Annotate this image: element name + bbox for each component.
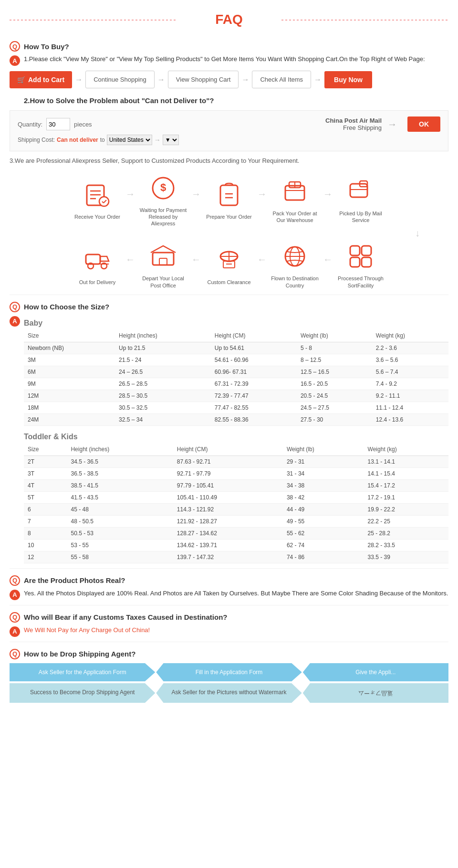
flow-arrow-8: ← [323,254,333,265]
divider-1 [10,295,448,295]
q-icon-customs: Q [10,612,20,623]
baby-table-row: Newborn (NB)Up to 21.5Up to 54.615 - 82.… [24,342,448,354]
divider-2 [10,568,448,569]
out-icon [81,243,114,277]
q-text-1: How To Buy? [24,42,69,51]
flow-item-waiting: $ Waiting for Payment Released by Aliexp… [137,171,189,227]
receive-icon [81,178,114,212]
svg-rect-24 [159,258,167,265]
col-size-t: Size [24,443,67,456]
continue-shopping-button[interactable]: Continue Shopping [85,71,155,88]
order-flow: Receive Your Order → $ Waiting for Payme… [10,171,448,289]
drop-shipping-flow: Ask Seller for the Application Form Fill… [10,663,448,703]
table-cell: 27.5 - 30 [297,413,372,425]
baby-label: Baby [24,319,448,328]
order-flow-row1: Receive Your Order → $ Waiting for Payme… [10,171,448,227]
table-cell: Newborn (NB) [24,342,115,354]
drop-item-give: Give the Appli... [303,663,448,681]
drop-item-pictures: Ask Seller for the Pictures without Wate… [156,683,302,703]
faq-title: FAQ [210,12,248,27]
table-cell: Up to 54.61 [211,342,297,354]
table-cell: 24 – 26.5 [115,366,211,378]
table-cell: 26.5 – 28.5 [115,378,211,390]
q-icon-1: Q [10,41,20,52]
table-cell: 9.2 - 11.1 [372,390,448,402]
table-cell: 5 - 8 [297,342,372,354]
free-shipping-text: Free Shipping [325,124,382,131]
flow-arrow-4: → [323,189,333,200]
table-cell: 7 [24,515,67,527]
flow-item-depart: Depart Your Local Post Office [137,240,189,289]
table-cell: 44 - 49 [283,503,364,515]
table-cell: 121.92 - 128.27 [173,515,283,527]
waiting-icon: $ [146,171,180,205]
flow-arrow-2: → [191,189,201,200]
table-cell: 7.4 - 9.2 [372,378,448,390]
via-arrow: → [154,136,161,144]
quantity-input[interactable] [46,118,70,130]
question-dropship: Q How to be Drop Shipping Agent? [10,649,448,659]
table-cell: 36.5 - 38.5 [67,467,173,479]
flow-label-processed: Processed Through SortFacility [334,275,387,289]
a-text-photos: Yes. All the Photos Displayed are 100% R… [24,589,448,598]
baby-table-row: 6M24 – 26.560.96- 67.3112.5 – 16.55.6 – … [24,366,448,378]
drop-flow-row2: Success to Become Drop Shipping Agent As… [10,683,448,703]
col-weight-kg: Weight (kg) [372,329,448,342]
table-cell: 139.7 - 147.32 [173,551,283,563]
table-cell: 28.5 – 30.5 [115,390,211,402]
country-select[interactable]: United States [107,135,152,145]
question-photos: Q Are the Product Photos Real? [10,575,448,586]
table-cell: 22.2 - 25 [364,515,448,527]
table-cell: 32.5 – 34 [115,413,211,425]
table-cell: 45 - 48 [67,503,173,515]
question-customs: Q Who will Bear if any Customs Taxes Cau… [10,612,448,623]
table-cell: 41.5 - 43.5 [67,491,173,503]
arrow-4: → [314,75,322,84]
pack-icon [278,175,312,208]
table-cell: 15.4 - 17.2 [364,479,448,491]
flow-arrow-1: → [125,189,135,200]
flow-item-flown: Flown to Destination Country [269,240,321,289]
toddler-table-row: 3T36.5 - 38.592.71 - 97.7931 - 3414.1 - … [24,467,448,479]
table-cell: 6 [24,503,67,515]
toddler-table-row: 748 - 50.5121.92 - 128.2749 - 5522.2 - 2… [24,515,448,527]
add-to-cart-button[interactable]: 🛒 Add to Cart [10,71,72,88]
svg-rect-19 [86,254,100,264]
table-cell: 38 - 42 [283,491,364,503]
arrow-2: → [157,75,165,84]
table-cell: 12M [24,390,115,402]
table-cell: 5.6 – 7.4 [372,366,448,378]
table-cell: 3.6 – 5.6 [372,354,448,366]
table-cell: 62 - 74 [283,539,364,551]
col-weight-kg-t: Weight (kg) [364,443,448,456]
q-text-size: How to Choose the Size? [24,303,109,311]
ok-button[interactable]: OK [407,116,440,132]
shipping-arrow: → [387,119,397,130]
table-cell: 5T [24,491,67,503]
shipping-cost-label: Shipping Cost: [18,137,55,143]
table-cell: 10 [24,539,67,551]
buy-now-button[interactable]: Buy Now [324,71,372,88]
table-cell: 50.5 - 53 [67,527,173,539]
flow-label-prepare: Prepare Your Order [206,213,251,220]
baby-table-row: 9M26.5 – 28.567.31 - 72.3916.5 - 20.57.4… [24,378,448,390]
svg-rect-16 [350,184,367,197]
table-cell: 82.55 - 88.36 [211,413,297,425]
method-select[interactable]: ▼ [163,135,179,145]
toddler-table-row: 850.5 - 53128.27 - 134.6255 - 6225 - 28.… [24,527,448,539]
shipping-row: Quantity: pieces China Post Air Mail Fre… [18,116,440,132]
toddler-label: Toddler & Kids [24,433,448,441]
baby-size-table: Size Height (inches) Height (CM) Weight … [24,329,448,426]
cart-icon: 🛒 [17,76,25,84]
view-shopping-cart-button[interactable]: View Shopping Cart [168,71,239,88]
table-cell: 11.1 - 12.4 [372,402,448,413]
divider-3 [10,605,448,605]
table-cell: 6M [24,366,115,378]
step3-text: 3.We are Professional Aliexpress Seller,… [10,156,448,166]
svg-point-4 [99,197,109,206]
check-all-items-button[interactable]: Check All Items [252,71,311,88]
table-cell: 77.47 - 82.55 [211,402,297,413]
question-1: Q How To Buy? [10,41,448,52]
table-cell: 60.96- 67.31 [211,366,297,378]
flow-arrow-5: ← [125,254,135,265]
